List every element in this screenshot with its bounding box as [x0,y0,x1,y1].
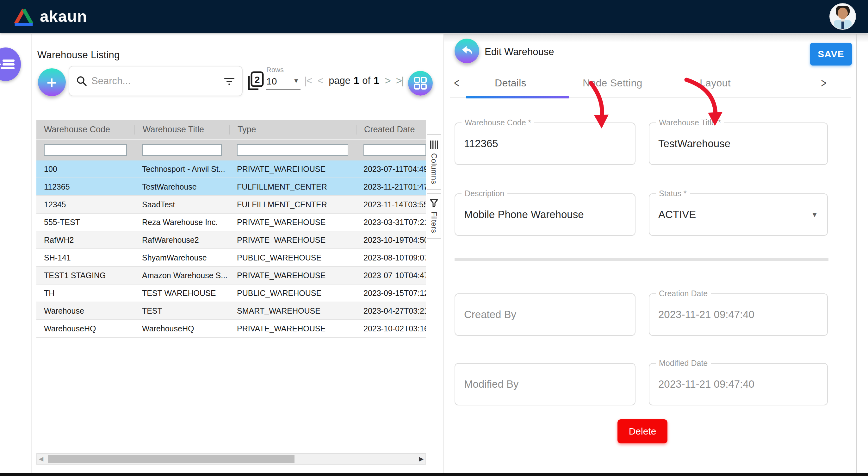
column-header-created-date[interactable]: Created Date [356,125,426,135]
cell-created: 2023-04-27T03:21:0 [356,306,426,316]
cell-type: PUBLIC_WAREHOUSE [229,289,356,298]
warehouse-listing-panel: Warehouse Listing + 2 [31,34,443,473]
filters-tab-label: Filters [430,211,438,233]
grid-view-button[interactable] [408,71,433,96]
table-row[interactable]: THTEST WAREHOUSEPUBLIC_WAREHOUSE2023-09-… [36,285,426,302]
cell-title: WarehouseHQ [134,324,229,333]
cell-type: PRIVATE_WAREHOUSE [229,218,356,227]
filter-sort-icon[interactable] [224,77,235,85]
cell-type: PRIVATE_WAREHOUSE [229,271,356,280]
status-select[interactable]: Status * ACTIVE ▼ [649,194,828,236]
filters-tab[interactable]: Filters [427,193,441,239]
modified-by-field[interactable]: Modified By [455,363,636,406]
warehouse-title-field[interactable]: Warehouse Title * TestWarehouse [649,122,828,165]
cell-title: SaadTest [134,200,229,209]
last-page-button[interactable]: >| [396,75,404,87]
column-header-warehouse-code[interactable]: Warehouse Code [36,125,134,135]
panel-scrollbar-track[interactable] [856,34,857,473]
filter-input-warehouse-title[interactable] [142,144,222,156]
columns-tab[interactable]: Columns [427,134,441,190]
funnel-icon [430,199,438,208]
modified-date-value: 2023-11-21 09:47:40 [658,378,754,390]
tabs-scroll-right-icon[interactable]: > [821,76,826,90]
creation-date-field[interactable]: Creation Date 2023-11-21 09:47:40 [649,293,828,336]
description-field[interactable]: Description Mobile Phone Warehouse [455,194,636,236]
scroll-right-arrow-icon[interactable]: ► [417,454,426,463]
warehouse-code-value: 112365 [464,138,498,150]
brand-logo[interactable]: akaun [12,6,87,27]
menu-expand-icon [0,56,16,73]
add-warehouse-button[interactable]: + [38,68,66,96]
warehouse-title-label: Warehouse Title * [656,118,724,127]
filter-input-type[interactable] [237,144,348,156]
cell-title: TEST WAREHOUSE [134,289,229,298]
tab-layout[interactable]: Layout [700,77,731,89]
created-by-field[interactable]: Created By [455,293,636,336]
tab-details[interactable]: Details [495,77,526,89]
search-box [69,66,243,96]
table-filter-row [36,140,426,160]
rows-label: Rows [266,66,301,74]
cell-code: 100 [36,165,134,174]
cell-created: 2023-10-02T03:16:2 [356,324,426,333]
cell-type: FULFILLMENT_CENTER [229,182,356,191]
delete-button[interactable]: Delete [617,419,668,443]
cell-code: 112365 [36,182,134,191]
creation-date-label: Creation Date [656,289,711,298]
table-row[interactable]: 12345SaadTestFULFILLMENT_CENTER2023-11-1… [36,196,426,214]
table-row[interactable]: RafWH2RafWarehouse2PRIVATE_WAREHOUSE2023… [36,231,426,249]
table-horizontal-scrollbar[interactable]: ◄ ► [36,453,426,465]
form-divider [455,258,829,261]
active-tab-indicator [466,96,569,98]
column-header-warehouse-title[interactable]: Warehouse Title [134,125,229,135]
save-button[interactable]: SAVE [810,43,852,65]
prev-page-button[interactable]: < [318,75,323,87]
cell-code: SH-141 [36,253,134,262]
filter-input-created-date[interactable] [364,144,426,156]
cell-type: PRIVATE_WAREHOUSE [229,165,356,174]
table-row[interactable]: 112365TestWarehouseFULFILLMENT_CENTER202… [36,178,426,196]
search-input[interactable] [91,75,219,87]
cell-created: 2023-11-14T03:55:2 [356,200,426,209]
back-button[interactable] [455,39,479,63]
table-row[interactable]: SH-141ShyamWarehousePUBLIC_WAREHOUSE2023… [36,249,426,267]
pages-count-icon[interactable]: 2 [246,71,265,91]
cell-code: TH [36,289,134,298]
bottom-edge-bar [0,473,868,476]
modified-date-field[interactable]: Modified Date 2023-11-21 09:47:40 [649,363,828,406]
table-header-row: Warehouse Code Warehouse Title Type Crea… [36,120,426,140]
page-indicator: page 1 of 1 [329,75,379,86]
warehouse-code-field[interactable]: Warehouse Code * 112365 [455,122,636,165]
table-row[interactable]: 555-TESTReza Warehouse Inc.PRIVATE_WAREH… [36,214,426,231]
screen: akaun Warehouse List [0,0,868,476]
cell-created: 2023-07-11T04:49:1 [356,165,426,174]
first-page-button[interactable]: |< [304,75,312,87]
filter-input-warehouse-code[interactable] [44,144,127,156]
table-side-tabs: Columns Filters [427,134,441,239]
table-row[interactable]: TEST1 STAGINGAmazon Warehouse S...PRIVAT… [36,267,426,285]
cell-title: Technosport - Anvil St... [134,165,229,174]
tabs-scroll-left-icon[interactable]: < [454,76,459,90]
table-body: 100Technosport - Anvil St...PRIVATE_WARE… [36,160,426,338]
scrollbar-thumb[interactable] [48,455,294,463]
next-page-button[interactable]: > [385,75,390,87]
cell-type: PUBLIC_WAREHOUSE [229,253,356,262]
created-by-placeholder: Created By [464,308,516,321]
rows-per-page-select[interactable]: Rows 10 ▼ [266,66,301,87]
cell-code: TEST1 STAGING [36,271,134,280]
scroll-left-arrow-icon[interactable]: ◄ [37,454,45,463]
table-row[interactable]: WarehouseHQWarehouseHQPRIVATE_WAREHOUSE2… [36,320,426,338]
cell-code: 12345 [36,200,134,209]
cell-created: 2023-03-31T07:21:3 [356,218,426,227]
cell-created: 2023-07-10T04:47:0 [356,271,426,280]
table-row[interactable]: WarehouseTESTSMART_WAREHOUSE2023-04-27T0… [36,302,426,320]
column-header-type[interactable]: Type [229,125,356,135]
user-avatar[interactable] [829,3,856,30]
cell-code: 555-TEST [36,218,134,227]
columns-tab-label: Columns [430,153,438,184]
total-pages: 1 [374,75,379,86]
table-row[interactable]: 100Technosport - Anvil St...PRIVATE_WARE… [36,160,426,178]
warehouse-table: Warehouse Code Warehouse Title Type Crea… [36,120,426,338]
sidebar-toggle-button[interactable] [0,48,21,81]
tab-node-setting[interactable]: Node Setting [583,77,643,89]
